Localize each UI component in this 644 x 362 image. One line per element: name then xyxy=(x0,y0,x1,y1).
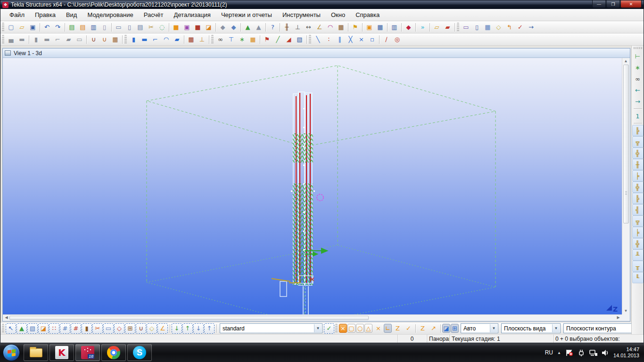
strip-footing-button[interactable]: ▬ xyxy=(17,34,27,45)
more-toolbars-button[interactable]: » xyxy=(417,22,428,33)
selection-filter-combo[interactable]: standard ▼ xyxy=(220,323,322,333)
divide-line-points-button[interactable]: ∶ xyxy=(323,34,334,45)
create-basic-view-button[interactable]: ▭ xyxy=(461,22,471,33)
steel-polybeam-button[interactable]: ⌐ xyxy=(150,34,161,45)
scroll-down-icon[interactable]: ▼ xyxy=(622,308,629,314)
component-catalog-side-button[interactable]: ∗ xyxy=(632,62,644,73)
next-component-button[interactable]: → xyxy=(632,96,644,107)
point-create-button[interactable]: ◆ xyxy=(217,22,228,33)
component-manual-button[interactable]: ▲ xyxy=(253,22,264,33)
select-welds-button[interactable]: ▮ xyxy=(82,323,92,334)
connection-web-plate-button[interactable]: ╠ xyxy=(632,193,644,204)
connection-tube-joint-button[interactable]: ╥ xyxy=(632,261,644,272)
inquire-object-button[interactable]: ? xyxy=(267,22,278,33)
connection-gusset-button[interactable]: ╨ xyxy=(632,249,644,261)
zoom-previous-button[interactable]: ↰ xyxy=(504,22,515,33)
copy-parts-button[interactable]: ▣ xyxy=(182,22,192,33)
start-button[interactable] xyxy=(3,344,20,361)
intersection-point-button[interactable]: × xyxy=(356,34,367,45)
component-number-1-button[interactable]: 1 xyxy=(632,110,644,122)
select-component-objects-up-button[interactable]: ↑ xyxy=(182,323,193,334)
snap-contour-combo[interactable]: Плоскости контура xyxy=(563,323,631,333)
part-cut-button[interactable]: ▧ xyxy=(294,34,305,45)
polygon-cut-button[interactable]: ◢ xyxy=(283,34,294,45)
taskbar-skype[interactable]: S xyxy=(127,344,152,361)
component-catalog-button[interactable]: ∗ xyxy=(237,34,248,45)
create-part-button[interactable]: ■ xyxy=(171,22,182,33)
select-parts-button[interactable]: ▧ xyxy=(27,323,38,334)
paste-button[interactable]: ▥ xyxy=(88,22,99,33)
viewport-3d[interactable]: Z xyxy=(3,58,622,314)
select-components-button[interactable]: ▲ xyxy=(17,323,27,334)
circle-center-point-button[interactable]: ◎ xyxy=(392,34,403,45)
copy-button[interactable]: ▤ xyxy=(66,22,77,33)
menu-расчёт[interactable]: Расчёт xyxy=(139,10,169,20)
import-model-button[interactable]: ▱ xyxy=(431,22,442,33)
snap-temporary-reference-button[interactable]: Z xyxy=(417,323,428,334)
copy-to-clipboard-button[interactable]: ▣ xyxy=(364,22,375,33)
select-grid-lines-button[interactable]: # xyxy=(71,323,81,334)
parallel-lines-button[interactable]: ∥ xyxy=(334,34,345,45)
steel-curved-beam-button[interactable]: ◠ xyxy=(161,34,172,45)
copy-from-model-button[interactable]: ▤ xyxy=(77,22,88,33)
select-rebar-set-down-button[interactable]: ↓ xyxy=(193,323,204,334)
move-parts-button[interactable]: ■ xyxy=(192,22,203,33)
measure-distance-button[interactable]: ↔ xyxy=(303,22,314,33)
steel-contour-plate-button[interactable]: ▰ xyxy=(172,34,182,45)
grid-views-button[interactable]: ▦ xyxy=(482,22,493,33)
connection-end-plate-button[interactable]: ╠ xyxy=(632,125,644,136)
selection-filter-apply-button[interactable]: ✓ xyxy=(324,323,334,334)
steel-beam-button[interactable]: ▬ xyxy=(139,34,150,45)
menu-справка[interactable]: Справка xyxy=(350,10,385,20)
construction-line-button[interactable]: ╲ xyxy=(313,34,323,45)
snap-reference-points-button[interactable]: × xyxy=(339,324,347,333)
steel-column-button[interactable]: ▮ xyxy=(128,34,139,45)
connection-splice-plate-button[interactable]: ╦ xyxy=(632,136,644,148)
taskbar-google-chrome[interactable] xyxy=(101,344,126,361)
menu-вид[interactable]: Вид xyxy=(61,10,83,20)
select-rebar-set-up-button[interactable]: ↑ xyxy=(204,323,215,334)
connection-shear-tab-button[interactable]: ╞ xyxy=(632,227,644,238)
intersection-lines-button[interactable]: ╳ xyxy=(345,34,356,45)
grid-snap-toggle-button[interactable]: ⊞ xyxy=(451,324,459,333)
taskbar-kaspersky[interactable]: K xyxy=(50,344,74,361)
scroll-right-icon[interactable]: ▶ xyxy=(615,315,622,321)
concrete-beam-button[interactable]: ▬ xyxy=(41,34,52,45)
taskbar-windows-explorer[interactable] xyxy=(24,344,48,361)
restore-button[interactable]: ❐ xyxy=(606,0,620,8)
view-vertical-scrollbar[interactable]: ▲ ▼ xyxy=(622,58,630,314)
connection-stiffener-button[interactable]: ╫ xyxy=(632,159,644,170)
view-title-bar[interactable]: View 1 - 3d xyxy=(3,49,630,58)
reinforcing-bar-group-button[interactable]: ∪ xyxy=(99,34,110,45)
view-properties-button[interactable]: ▯ xyxy=(124,22,135,33)
horizontal-scroll-thumb[interactable] xyxy=(9,316,369,320)
anchor-item-button[interactable]: ⊥ xyxy=(197,34,207,45)
select-reinforcing-bars-button[interactable]: ∪ xyxy=(136,323,146,334)
combo-arrow-icon[interactable]: ▼ xyxy=(552,324,560,332)
minimize-button[interactable]: — xyxy=(592,0,606,8)
close-button[interactable]: ✕ xyxy=(620,0,642,8)
select-cut-lines-button[interactable]: ✂ xyxy=(92,323,103,334)
find-component-button[interactable]: ∞ xyxy=(632,73,644,84)
fit-work-area-button[interactable]: ◇ xyxy=(493,22,504,33)
language-indicator[interactable]: RU xyxy=(545,349,553,356)
undo-button[interactable]: ↶ xyxy=(41,22,52,33)
concrete-polybeam-button[interactable]: ⌐ xyxy=(52,34,63,45)
volume-icon[interactable] xyxy=(602,349,609,356)
divide-segment-button[interactable]: ∕ xyxy=(381,34,392,45)
select-planes-button[interactable]: ◇ xyxy=(147,323,157,334)
new-model-button[interactable]: ▢ xyxy=(6,22,17,33)
menu-инструменты[interactable]: Инструменты xyxy=(277,10,326,20)
tekla-model-link-button[interactable]: ◆ xyxy=(403,22,414,33)
taskbar-tekla-structures[interactable]: 18 xyxy=(75,344,100,361)
redo-button[interactable]: ↷ xyxy=(52,22,63,33)
menu-правка[interactable]: Правка xyxy=(30,10,61,20)
reinforcing-bar-button[interactable]: ∪ xyxy=(88,34,99,45)
save-model-button[interactable]: ▣ xyxy=(27,22,38,33)
ortho-mode-toggle-button[interactable]: ◪ xyxy=(442,324,450,333)
previous-component-button[interactable]: ← xyxy=(632,84,644,96)
vertical-scroll-thumb[interactable] xyxy=(623,65,629,223)
part-box-button[interactable]: ◪ xyxy=(203,22,214,33)
numbering-schedule-button[interactable]: ▦ xyxy=(375,22,386,33)
snap-nearest-points-button[interactable]: ○ xyxy=(356,324,364,333)
